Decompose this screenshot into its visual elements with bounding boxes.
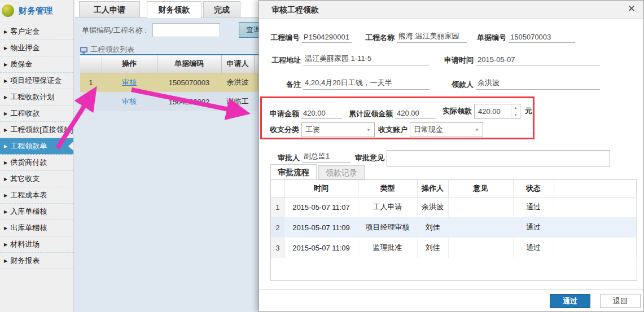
sidebar-item-project-collection[interactable]: ▶工程收款 xyxy=(0,106,73,122)
dialog-title: 审核工程领款 xyxy=(271,5,319,15)
flow-time: 2015-05-07 11:07 xyxy=(284,197,358,217)
audit-link[interactable]: 审核 xyxy=(122,97,137,106)
app-window: 财务管理 ▶客户定金 ▶物业押金 ▶质保金 ▶项目经理保证金 ▶工程收款计划 ▶… xyxy=(0,0,644,312)
spin-down-icon[interactable]: ▼ xyxy=(511,112,520,119)
approver-value: 副总监1 xyxy=(302,151,351,163)
filter-label: 单据编码/工程名称 : xyxy=(82,25,147,36)
col-action: 操作 xyxy=(102,55,157,73)
caret-icon: ▶ xyxy=(4,209,7,214)
sidebar-item-cost-table[interactable]: ▶工程成本表 xyxy=(0,187,73,204)
flow-row: 1 2015-05-07 11:07 工人申请 余洪波 通过 xyxy=(271,197,637,217)
caret-icon: ▶ xyxy=(4,193,7,198)
caret-icon: ▶ xyxy=(4,242,7,247)
sidebar-item-inbound-audit[interactable]: ▶入库单稽核 xyxy=(0,204,73,220)
tab-finance-payment[interactable]: 财务领款 xyxy=(147,1,201,18)
dialog-titlebar: 审核工程领款 ✕ xyxy=(259,1,643,19)
col-code: 单据编码 xyxy=(157,55,221,73)
apply-time-label: 申请时间 xyxy=(443,55,474,65)
tab-complete[interactable]: 完成 xyxy=(203,1,240,17)
approver-label: 审批人 xyxy=(278,153,300,163)
project-name-value: 熊海 温江美丽家园 xyxy=(397,31,467,43)
sidebar-item-pm-guarantee[interactable]: ▶项目经理保证金 xyxy=(0,73,73,89)
tab-worker-apply[interactable]: 工人申请 xyxy=(79,1,140,17)
opinion-input[interactable] xyxy=(387,150,610,166)
flow-opinion xyxy=(448,217,513,238)
project-code-value: P1504290001 xyxy=(302,33,352,43)
total-amount-value: 420.00 xyxy=(395,109,436,119)
applicant: 谢临工 xyxy=(221,92,254,111)
flow-opinion xyxy=(448,197,513,217)
apply-amount-value: 420.00 xyxy=(301,109,342,119)
tab-payment-records[interactable]: 领款记录 xyxy=(318,165,365,179)
account-select[interactable]: 日常现金 ▼ xyxy=(410,122,483,137)
flow-opinion xyxy=(448,238,513,258)
sidebar-item-supplier-payment[interactable]: ▶供货商付款 xyxy=(0,155,73,171)
flow-operator: 刘佳 xyxy=(417,238,448,258)
col-filler xyxy=(554,180,637,197)
caret-icon: ▶ xyxy=(4,144,7,149)
caret-icon: ▶ xyxy=(4,111,7,116)
applicant: 余洪波 xyxy=(221,73,254,92)
return-button[interactable]: 退回 xyxy=(600,294,641,308)
sidebar-item-label: 工程收款计划 xyxy=(10,93,54,101)
sidebar-item-payment-form[interactable]: ▶工程领款单 xyxy=(0,138,73,155)
sidebar-item-material-entry[interactable]: ▶材料进场 xyxy=(0,236,73,253)
col-applicant: 申请人 xyxy=(221,55,254,73)
field-row-1: 工程编号 P1504290001 工程名称 熊海 温江美丽家园 单据编号 150… xyxy=(270,31,575,43)
col-opinion: 意见 xyxy=(448,180,513,197)
sidebar: 财务管理 ▶客户定金 ▶物业押金 ▶质保金 ▶项目经理保证金 ▶工程收款计划 ▶… xyxy=(0,0,74,312)
tab-approval-flow[interactable]: 审批流程 xyxy=(270,164,317,179)
dialog-body: 工程编号 P1504290001 工程名称 熊海 温江美丽家园 单据编号 150… xyxy=(259,19,643,311)
sidebar-item-collection-plan[interactable]: ▶工程收款计划 xyxy=(0,89,73,106)
audit-payment-dialog: 审核工程领款 ✕ 工程编号 P1504290001 工程名称 熊海 温江美丽家园… xyxy=(259,0,644,312)
sidebar-item-label: 其它收支 xyxy=(10,174,40,183)
sidebar-item-customer-deposit[interactable]: ▶客户定金 xyxy=(0,24,73,40)
approver-row: 审批人 副总监1 审批意见 xyxy=(278,147,610,163)
apply-time-value: 2015-05-07 xyxy=(476,55,600,65)
remark-value: 4,20,4月20日工钱，一天半 xyxy=(303,78,430,90)
category-label: 收支分类 xyxy=(270,125,299,135)
sidebar-item-finance-report[interactable]: ▶财务报表 xyxy=(0,253,73,269)
sidebar-item-warranty[interactable]: ▶质保金 xyxy=(0,56,73,73)
sidebar-item-label: 工程收款 xyxy=(10,109,40,117)
category-select[interactable]: 工资 ▼ xyxy=(301,122,375,137)
caret-icon: ▶ xyxy=(4,177,7,182)
account-label: 收支账户 xyxy=(378,125,408,135)
col-index xyxy=(80,55,102,73)
flow-row: 3 2015-05-07 11:09 监理批准 刘佳 通过 xyxy=(271,238,637,258)
doc-code: 1505070003 xyxy=(157,73,221,92)
sidebar-menu: ▶客户定金 ▶物业押金 ▶质保金 ▶项目经理保证金 ▶工程收款计划 ▶工程收款 … xyxy=(0,24,73,269)
flow-operator: 余洪波 xyxy=(417,197,448,217)
approval-flow-table: 时间 类型 操作人 意见 状态 1 2015-05-07 11:07 工人申请 xyxy=(270,179,637,281)
sidebar-item-label: 供货商付款 xyxy=(10,158,47,166)
unit-label: 元 xyxy=(525,106,532,116)
row-index: 3 xyxy=(271,238,284,258)
finance-module-icon xyxy=(2,5,14,17)
sidebar-item-outbound-audit[interactable]: ▶出库单稽核 xyxy=(0,220,73,236)
flow-type: 项目经理审核 xyxy=(358,217,417,238)
sidebar-item-direct-payment[interactable]: ▶工程领款[直接领款] xyxy=(0,122,73,138)
caret-icon: ▶ xyxy=(4,46,7,51)
col-status: 状态 xyxy=(513,180,554,197)
sidebar-item-label: 工程领款单 xyxy=(10,142,47,150)
approve-button[interactable]: 通过 xyxy=(550,294,590,308)
status-badge: 通过 xyxy=(513,217,554,238)
sidebar-item-label: 出库单稽核 xyxy=(10,223,47,232)
project-name-label: 工程名称 xyxy=(365,33,395,43)
status-badge: 通过 xyxy=(513,197,554,217)
sidebar-item-other-income[interactable]: ▶其它收支 xyxy=(0,171,73,187)
status-badge: 通过 xyxy=(513,238,554,258)
close-icon[interactable]: ✕ xyxy=(628,3,636,15)
spin-up-icon[interactable]: ▲ xyxy=(511,104,520,112)
flow-type: 工人申请 xyxy=(358,197,417,217)
payee-value: 余洪波 xyxy=(476,78,600,90)
audit-link[interactable]: 审核 xyxy=(122,78,137,86)
sidebar-item-property-deposit[interactable]: ▶物业押金 xyxy=(0,40,73,56)
address-value: 温江美丽家园 1-11-5 xyxy=(303,54,430,65)
caret-icon: ▶ xyxy=(4,95,7,100)
monitor-icon xyxy=(80,47,87,52)
actual-amount-stepper[interactable]: 420.00 ▲ ▼ xyxy=(474,104,520,119)
field-row-2: 工程地址 温江美丽家园 1-11-5 申请时间 2015-05-07 xyxy=(270,54,600,65)
actual-amount-value: 420.00 xyxy=(475,104,511,118)
search-input[interactable] xyxy=(152,23,220,37)
